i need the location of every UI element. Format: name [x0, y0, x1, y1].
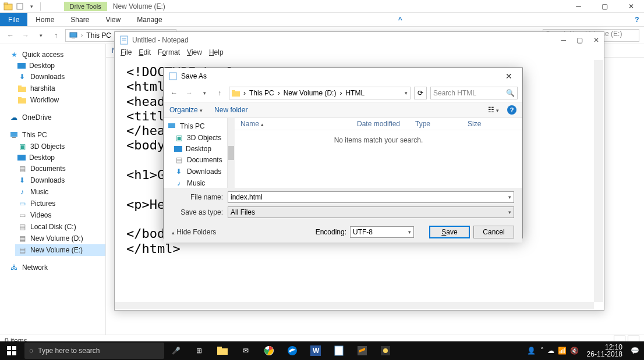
volume-tray-icon[interactable]: 🔇 — [570, 347, 579, 355]
notepad-hscroll[interactable] — [115, 302, 594, 309]
tree-quick-access[interactable]: ★Quick access — [7, 49, 105, 60]
sa-forward[interactable]: → — [183, 87, 195, 99]
saveas-address-bar[interactable]: ›This PC ›New Volume (D:) ›HTML ▾ — [229, 87, 411, 99]
np-minimize[interactable]: ─ — [561, 36, 566, 44]
start-button[interactable] — [0, 341, 23, 360]
sa-up[interactable]: ↑ — [214, 87, 225, 99]
sa-tree-downloads[interactable]: ⬇Downloads — [166, 166, 225, 177]
task-view-button[interactable]: ⊞ — [187, 341, 211, 360]
col-type[interactable]: Type — [415, 120, 468, 128]
new-folder-button[interactable]: New folder — [214, 106, 247, 114]
wifi-tray-icon[interactable]: 📶 — [558, 347, 567, 355]
minimize-button[interactable]: ─ — [565, 0, 592, 13]
maximize-button[interactable]: ▢ — [592, 0, 618, 13]
saveas-tree[interactable]: This PC ▣3D Objects Desktop ▤Documents ⬇… — [164, 118, 228, 188]
menu-format[interactable]: Format — [155, 48, 182, 60]
type-select[interactable]: All Files▾ — [228, 206, 514, 218]
ribbon-share[interactable]: Share — [62, 13, 97, 26]
tree-downloads[interactable]: ⬇Downloads — [15, 174, 105, 186]
tree-network[interactable]: 🖧Network — [7, 262, 105, 273]
tb-file-explorer[interactable] — [211, 341, 234, 360]
saveas-titlebar[interactable]: Save As ✕ — [164, 68, 522, 84]
np-maximize[interactable]: ▢ — [576, 36, 583, 44]
tree-qa-harshita[interactable]: harshita — [15, 83, 105, 94]
tree-disk-d[interactable]: ▤New Volume (D:) — [15, 233, 105, 244]
saveas-search[interactable]: Search HTML🔍 — [430, 87, 518, 99]
nav-up[interactable]: ↑ — [50, 30, 62, 41]
sa-tree-3d[interactable]: ▣3D Objects — [166, 132, 225, 144]
ribbon-toggle-icon[interactable]: ^ — [393, 13, 407, 26]
organize-button[interactable]: Organize ▾ — [169, 106, 203, 114]
saveas-close-button[interactable]: ✕ — [500, 72, 518, 81]
nav-back[interactable]: ← — [5, 30, 16, 41]
filename-input[interactable]: index.html▾ — [228, 191, 514, 203]
system-tray[interactable]: ˄ ☁ 📶 🔇 — [540, 347, 579, 355]
nav-tree[interactable]: ★Quick access Desktop ⬇Downloads harshit… — [0, 44, 106, 335]
properties-icon[interactable] — [15, 2, 24, 11]
menu-help[interactable]: Help — [207, 48, 226, 60]
nav-forward[interactable]: → — [20, 30, 31, 41]
tb-mail[interactable]: ✉ — [234, 341, 257, 360]
sa-tree-documents[interactable]: ▤Documents — [166, 154, 225, 166]
tree-onedrive[interactable]: ☁OneDrive — [7, 112, 105, 123]
tree-this-pc[interactable]: This PC — [7, 129, 105, 141]
cancel-button[interactable]: Cancel — [473, 226, 514, 238]
tb-word[interactable]: W — [304, 341, 327, 360]
tray-up-icon[interactable]: ˄ — [540, 347, 544, 355]
save-button[interactable]: Save — [429, 226, 470, 238]
col-name[interactable]: Name ▴ — [240, 120, 357, 128]
tree-documents[interactable]: ▤Documents — [15, 163, 105, 174]
sa-refresh-button[interactable]: ⟳ — [414, 87, 427, 99]
taskbar-search[interactable]: ○Type here to search — [24, 343, 164, 359]
tree-disk-c[interactable]: ▤Local Disk (C:) — [15, 221, 105, 233]
sa-tree-desktop[interactable]: Desktop — [166, 144, 225, 154]
close-button[interactable]: ✕ — [618, 0, 644, 13]
ribbon-view[interactable]: View — [97, 13, 129, 26]
notepad-vscroll[interactable] — [594, 60, 603, 302]
help-icon[interactable]: ? — [630, 13, 644, 26]
menu-file[interactable]: File — [118, 48, 134, 60]
saveas-file-list[interactable]: Name ▴ Date modified Type Size No items … — [235, 118, 522, 188]
tb-app[interactable] — [374, 341, 397, 360]
taskbar-clock[interactable]: 12:10 26-11-2018 — [583, 344, 626, 358]
tree-pictures[interactable]: ▭Pictures — [15, 198, 105, 209]
tree-qa-desktop[interactable]: Desktop — [15, 60, 105, 71]
tree-disk-e[interactable]: ▤New Volume (E:) — [15, 244, 105, 256]
view-options-button[interactable]: ☷ ▾ — [488, 106, 499, 114]
drive-tools-tab[interactable]: Drive Tools — [64, 2, 107, 11]
col-date[interactable]: Date modified — [357, 120, 415, 128]
tb-notepad[interactable] — [327, 341, 351, 360]
tb-chrome[interactable] — [257, 341, 281, 360]
saveas-tree-scrollbar[interactable] — [228, 118, 235, 188]
tree-qa-downloads[interactable]: ⬇Downloads — [15, 71, 105, 83]
nav-recent-dropdown[interactable]: ▾ — [35, 30, 47, 41]
notepad-titlebar[interactable]: Untitled - Notepad ─ ▢ ✕ — [115, 32, 604, 48]
tb-edge[interactable] — [281, 341, 304, 360]
hide-folders-toggle[interactable]: ▴ Hide Folders — [172, 228, 216, 236]
tree-music[interactable]: ♪Music — [15, 186, 105, 198]
encoding-select[interactable]: UTF-8▾ — [350, 226, 414, 238]
tree-3d[interactable]: ▣3D Objects — [15, 141, 105, 152]
sa-tree-thispc[interactable]: This PC — [166, 120, 225, 132]
people-icon[interactable]: 👤 — [527, 347, 536, 355]
np-close[interactable]: ✕ — [593, 36, 599, 44]
qat-dropdown-icon[interactable]: ▾ — [27, 2, 36, 11]
col-size[interactable]: Size — [468, 120, 503, 128]
help-icon[interactable]: ? — [507, 105, 516, 115]
sa-recent[interactable]: ▾ — [199, 87, 210, 99]
menu-edit[interactable]: Edit — [136, 48, 153, 60]
sa-tree-music[interactable]: ♪Music — [166, 177, 225, 188]
menu-view[interactable]: View — [185, 48, 204, 60]
onedrive-tray-icon[interactable]: ☁ — [547, 347, 554, 355]
tree-desktop[interactable]: Desktop — [15, 152, 105, 163]
crumb-this-pc[interactable]: This PC — [86, 31, 111, 40]
action-center-icon[interactable]: 💬 — [631, 347, 639, 355]
tree-qa-workflow[interactable]: Workflow — [15, 94, 105, 106]
tree-videos[interactable]: ▭Videos — [15, 209, 105, 221]
sa-back[interactable]: ← — [168, 87, 180, 99]
cortana-mic-icon[interactable]: 🎤 — [164, 341, 187, 360]
ribbon-home[interactable]: Home — [27, 13, 62, 26]
ribbon-manage[interactable]: Manage — [129, 13, 170, 26]
ribbon-file[interactable]: File — [0, 13, 27, 26]
tb-sublime[interactable] — [351, 341, 374, 360]
